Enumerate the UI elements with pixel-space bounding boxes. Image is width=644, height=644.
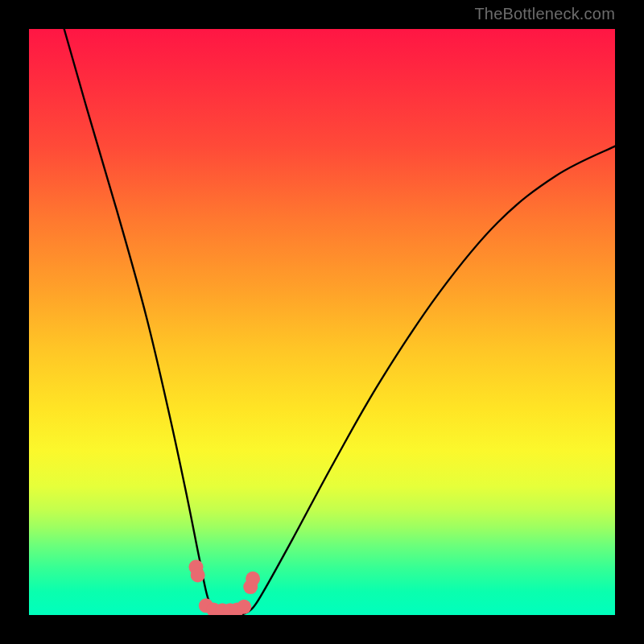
chart-svg: [29, 29, 615, 615]
dot-marker: [191, 568, 205, 582]
dot-markers: [188, 559, 260, 615]
chart-frame: TheBottleneck.com: [0, 0, 644, 644]
watermark-label: TheBottleneck.com: [474, 5, 615, 23]
plot-area: [29, 29, 615, 615]
v-curve-path: [64, 29, 615, 615]
v-curve: [64, 29, 615, 615]
dot-marker: [246, 572, 260, 586]
dot-marker: [237, 600, 251, 614]
